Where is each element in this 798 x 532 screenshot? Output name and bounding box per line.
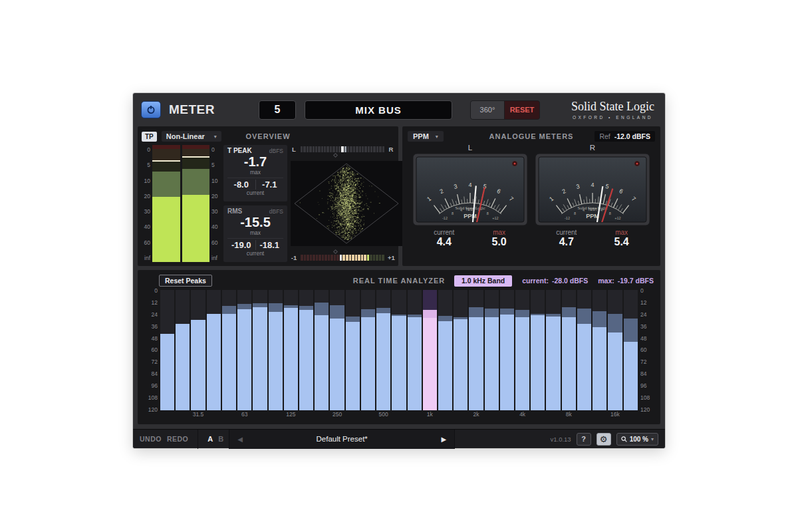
settings-button[interactable]: ⚙ bbox=[597, 433, 611, 446]
redo-button[interactable]: REDO bbox=[167, 435, 188, 443]
rta-band-column[interactable] bbox=[392, 290, 406, 410]
rta-bar bbox=[330, 319, 344, 410]
rta-band-column[interactable] bbox=[299, 290, 313, 410]
header-bar: METER 5 MIX BUS 360° RESET Solid State L… bbox=[133, 93, 665, 126]
rta-y-tick: 24 bbox=[640, 311, 654, 318]
rta-x-tick-empty bbox=[361, 411, 375, 420]
rta-y-tick: 84 bbox=[640, 370, 654, 377]
help-button[interactable]: ? bbox=[577, 433, 591, 446]
rta-band-column[interactable] bbox=[423, 290, 437, 410]
level-scale-label: 40 bbox=[142, 223, 150, 230]
rta-band-column[interactable] bbox=[376, 290, 390, 410]
track-name-box[interactable]: MIX BUS bbox=[305, 100, 452, 120]
rta-band-column[interactable] bbox=[515, 290, 529, 410]
rta-band-column[interactable] bbox=[330, 290, 344, 410]
rta-band-column[interactable] bbox=[222, 290, 236, 410]
balance-segment bbox=[344, 146, 346, 152]
rta-x-tick-empty bbox=[500, 411, 514, 420]
rta-peak-cap bbox=[376, 308, 390, 313]
rta-y-tick: 12 bbox=[640, 299, 654, 306]
rta-band-column[interactable] bbox=[207, 290, 221, 410]
power-button[interactable] bbox=[141, 101, 161, 118]
analogue-max: max5.0 bbox=[491, 229, 506, 247]
rta-x-tick-empty bbox=[408, 411, 422, 420]
analogue-current-label: current bbox=[434, 229, 454, 236]
360-button[interactable]: 360° bbox=[471, 101, 504, 119]
rta-y-tick: 108 bbox=[640, 394, 654, 401]
rta-x-tick-empty bbox=[593, 411, 606, 420]
rta-peak-cap bbox=[222, 306, 236, 314]
next-preset-button[interactable]: ▶ bbox=[441, 436, 446, 443]
previous-preset-button[interactable]: ◀ bbox=[237, 436, 243, 443]
rta-y-tick: 84 bbox=[144, 370, 158, 377]
tpeak-current-left: -8.0 bbox=[227, 180, 255, 190]
correlation-segment bbox=[382, 255, 384, 261]
rta-band-column[interactable] bbox=[191, 290, 205, 410]
rta-band-column[interactable] bbox=[438, 290, 452, 410]
rta-band-column[interactable] bbox=[577, 290, 591, 410]
goniometer-block: L R -1 +1 bbox=[291, 145, 394, 262]
magnifier-icon bbox=[621, 436, 627, 442]
rms-current-right: -18.1 bbox=[255, 240, 284, 250]
instance-number-box[interactable]: 5 bbox=[259, 100, 296, 120]
brand-subtitle: OXFORD • ENGLAND bbox=[571, 115, 654, 120]
rta-band-column[interactable] bbox=[176, 290, 190, 410]
rta-band-column[interactable] bbox=[562, 290, 576, 410]
rta-band-column[interactable] bbox=[284, 290, 298, 410]
rta-band-column[interactable] bbox=[500, 290, 514, 410]
svg-text:4: 4 bbox=[591, 182, 594, 188]
balance-segment bbox=[341, 146, 343, 152]
rta-band-column[interactable] bbox=[469, 290, 483, 410]
preset-name[interactable]: Default Preset* bbox=[248, 435, 436, 443]
preset-selector: ◀ Default Preset* ▶ bbox=[229, 430, 455, 449]
rta-band-column[interactable] bbox=[454, 290, 467, 410]
rta-peak-cap bbox=[237, 304, 251, 309]
rta-band-column[interactable] bbox=[485, 290, 499, 410]
vu-meter-face: 1234567-1284TEST48+12Solid State LogicPP… bbox=[413, 154, 527, 225]
rta-bar bbox=[176, 324, 190, 410]
balance-segment bbox=[330, 146, 332, 152]
correlation-meter-row: -1 +1 bbox=[291, 253, 394, 262]
rta-y-tick: 96 bbox=[640, 382, 654, 389]
gear-icon: ⚙ bbox=[600, 434, 608, 444]
analogue-readout: current4.7max5.4 bbox=[537, 229, 648, 247]
correlation-segment bbox=[304, 255, 307, 261]
preset-slot-a-button[interactable]: A bbox=[207, 435, 213, 443]
preset-slot-b-button[interactable]: B bbox=[218, 435, 223, 443]
rta-band-column[interactable] bbox=[408, 290, 422, 410]
rta-band-column[interactable] bbox=[361, 290, 375, 410]
rms-current-label: current bbox=[227, 250, 283, 257]
zoom-control[interactable]: 100 % ▾ bbox=[616, 433, 658, 446]
rta-band-column[interactable] bbox=[593, 290, 606, 410]
tpeak-max-value: -1.7 bbox=[227, 154, 283, 169]
rta-band-column[interactable] bbox=[624, 290, 638, 410]
undo-button[interactable]: UNDO bbox=[140, 435, 162, 443]
rms-current-left: -19.0 bbox=[227, 240, 255, 250]
rta-bar bbox=[222, 314, 236, 410]
rta-band-column[interactable] bbox=[546, 290, 560, 410]
rta-bar bbox=[608, 332, 622, 410]
analogue-meter-r: R1234567-1284TEST48+12Solid State LogicP… bbox=[533, 144, 652, 247]
rta-band-column[interactable] bbox=[531, 290, 545, 410]
rta-x-tick: 500 bbox=[376, 411, 390, 420]
correlation-segment bbox=[352, 255, 354, 261]
balance-segment bbox=[356, 146, 358, 152]
svg-text:8: 8 bbox=[452, 211, 454, 215]
rta-band-column[interactable] bbox=[608, 290, 622, 410]
true-peak-band bbox=[152, 172, 180, 197]
rta-y-tick: 36 bbox=[144, 323, 158, 330]
reset-button[interactable]: RESET bbox=[505, 101, 539, 119]
rta-y-tick: 120 bbox=[640, 406, 654, 413]
rta-bar bbox=[423, 318, 437, 410]
balance-segment bbox=[321, 146, 323, 152]
rta-band-column[interactable] bbox=[160, 290, 174, 410]
svg-text:-12: -12 bbox=[565, 216, 570, 220]
rta-band-column[interactable] bbox=[315, 290, 329, 410]
rta-band-column[interactable] bbox=[269, 290, 283, 410]
rta-band-column[interactable] bbox=[253, 290, 267, 410]
rta-band-column[interactable] bbox=[346, 290, 360, 410]
pre-peak-zone bbox=[152, 149, 180, 161]
rta-band-column[interactable] bbox=[237, 290, 251, 410]
rta-bar bbox=[346, 322, 360, 410]
analogue-meters-title: ANALOGUE METERS bbox=[408, 132, 655, 140]
